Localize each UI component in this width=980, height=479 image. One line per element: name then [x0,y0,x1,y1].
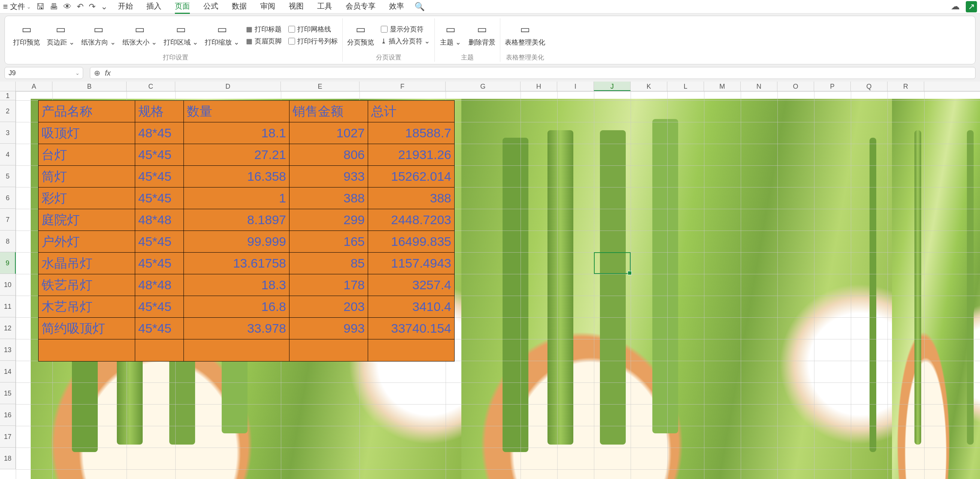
table-cell[interactable]: 16.358 [184,166,290,187]
table-cell[interactable]: 178 [290,274,368,296]
ribbon-btn-纸张大小[interactable]: ▭纸张大小 ⌄ [123,23,157,47]
tab-数据[interactable]: 数据 [232,0,247,14]
col-header-E[interactable]: E [281,82,360,91]
col-header-A[interactable]: A [16,82,52,91]
table-cell[interactable]: 27.21 [184,144,290,166]
row-header-5[interactable]: 5 [0,165,16,187]
table-cell[interactable]: 筒灯 [38,166,135,187]
ribbon-btn-删除背景[interactable]: ▭删除背景 [468,23,495,47]
table-cell[interactable]: 85 [290,252,368,274]
tab-视图[interactable]: 视图 [289,0,304,14]
table-cell[interactable]: 16.8 [184,296,290,318]
col-header-Q[interactable]: Q [851,82,888,91]
table-cell[interactable]: 1157.4943 [368,252,454,274]
table-cell[interactable]: 933 [290,166,368,187]
table-cell[interactable]: 16499.835 [368,231,454,252]
table-cell[interactable]: 铁艺吊灯 [38,274,135,296]
row-header-15[interactable]: 15 [0,382,16,404]
table-cell[interactable]: 33740.154 [368,318,454,339]
row-headers[interactable]: 123456789101112131415161718 [0,91,16,469]
row-header-11[interactable]: 11 [0,296,16,317]
table-cell[interactable]: 388 [368,187,454,209]
row-header-18[interactable]: 18 [0,447,16,469]
table-cell[interactable] [368,339,454,361]
table-cell[interactable]: 3410.4 [368,296,454,318]
ribbon-btn-主题[interactable]: ▭主题 ⌄ [439,23,462,47]
col-header-L[interactable]: L [667,82,704,91]
table-cell[interactable]: 水晶吊灯 [38,252,135,274]
col-header-O[interactable]: O [777,82,814,91]
ribbon-side-打印标题[interactable]: ▦ 打印标题 [246,25,282,34]
cloud-icon[interactable]: ☁ [951,1,960,12]
tab-插入[interactable]: 插入 [146,0,161,14]
col-header-P[interactable]: P [814,82,851,91]
table-cell[interactable]: 3257.4 [368,274,454,296]
ribbon-check-打印行号列标[interactable]: 打印行号列标 [288,36,338,46]
formula-input-wrap[interactable]: ⊕ fx [90,67,975,79]
tab-开始[interactable]: 开始 [118,0,133,14]
search-icon[interactable]: 🔍 [415,2,425,12]
table-cell[interactable] [184,339,290,361]
table-cell[interactable]: 45*45 [135,144,184,166]
chevron-down-icon[interactable]: ⌄ [75,70,80,76]
col-header-K[interactable]: K [631,82,667,91]
table-cell[interactable]: 993 [290,318,368,339]
col-header-B[interactable]: B [52,82,127,91]
tab-工具[interactable]: 工具 [317,0,332,14]
app-menu-icon[interactable]: ≡ [3,2,8,12]
row-header-6[interactable]: 6 [0,187,16,209]
table-cell[interactable]: 简约吸顶灯 [38,318,135,339]
chevron-down-icon[interactable]: ⌄ [27,4,31,10]
data-table[interactable]: 产品名称规格数量销售金额总计吸顶灯48*4518.1102718588.7台灯4… [38,100,455,362]
col-header-H[interactable]: H [520,82,557,91]
print-icon[interactable]: 🖶 [50,2,58,12]
column-headers[interactable]: ABCDEFGHIJKLMNOPQR [0,82,980,91]
cell-reference-box[interactable]: J9 ⌄ [5,67,83,79]
col-header-J[interactable]: J [594,82,631,91]
ribbon-btn-打印区域[interactable]: ▭打印区域 ⌄ [164,23,198,47]
row-header-9[interactable]: 9 [0,252,16,274]
table-cell[interactable]: 33.978 [184,318,290,339]
ribbon-btn-打印缩放[interactable]: ▭打印缩放 ⌄ [205,23,239,47]
cells-area[interactable]: 产品名称规格数量销售金额总计吸顶灯48*4518.1102718588.7台灯4… [16,91,980,479]
row-header-8[interactable]: 8 [0,230,16,252]
table-cell[interactable]: 2448.7203 [368,209,454,231]
table-cell[interactable]: 48*45 [135,122,184,144]
table-cell[interactable]: 18.1 [184,122,290,144]
table-cell[interactable]: 45*45 [135,187,184,209]
table-cell[interactable]: 18.3 [184,274,290,296]
table-cell[interactable]: 388 [290,187,368,209]
table-cell[interactable]: 8.1897 [184,209,290,231]
table-cell[interactable]: 299 [290,209,368,231]
table-cell[interactable]: 203 [290,296,368,318]
table-cell[interactable]: 165 [290,231,368,252]
table-cell[interactable]: 13.61758 [184,252,290,274]
ribbon-side-插入分页符[interactable]: ⤓ 插入分页符 ⌄ [381,36,430,46]
row-header-4[interactable]: 4 [0,144,16,165]
table-cell[interactable]: 18588.7 [368,122,454,144]
table-cell[interactable]: 48*48 [135,209,184,231]
share-button[interactable]: ↗ [966,1,977,12]
table-header-cell[interactable]: 销售金额 [290,101,368,122]
tab-会员专享[interactable]: 会员专享 [346,0,375,14]
table-cell[interactable]: 彩灯 [38,187,135,209]
row-header-7[interactable]: 7 [0,209,16,230]
tab-效率[interactable]: 效率 [389,0,404,14]
preview-icon[interactable]: 👁 [63,2,72,12]
table-cell[interactable] [290,339,368,361]
tab-审阅[interactable]: 审阅 [260,0,275,14]
table-cell[interactable]: 15262.014 [368,166,454,187]
fx-icon[interactable]: fx [105,69,111,78]
ribbon-check-打印网格线[interactable]: 打印网格线 [288,25,338,34]
zoom-icon[interactable]: ⊕ [94,68,100,78]
table-cell[interactable] [38,339,135,361]
tab-公式[interactable]: 公式 [203,0,218,14]
ribbon-btn-页边距[interactable]: ▭页边距 ⌄ [47,23,75,47]
row-header-17[interactable]: 17 [0,426,16,447]
chevron-down-icon[interactable]: ⌄ [101,2,108,12]
col-header-F[interactable]: F [360,82,445,91]
col-header-R[interactable]: R [888,82,924,91]
table-header-cell[interactable]: 规格 [135,101,184,122]
table-cell[interactable]: 21931.26 [368,144,454,166]
col-header-I[interactable]: I [557,82,594,91]
